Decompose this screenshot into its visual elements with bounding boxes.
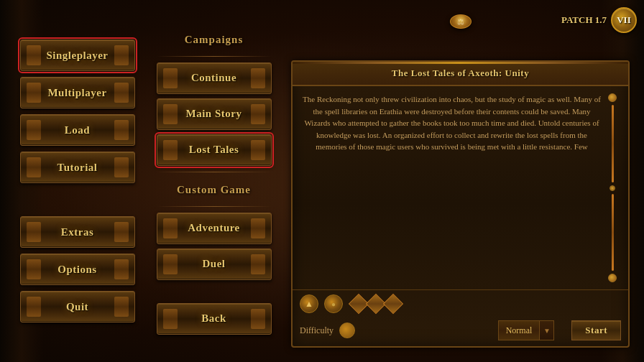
patch-badge: PATCH 1.7 VII: [561, 7, 637, 33]
options-button[interactable]: Options: [20, 254, 135, 285]
top-decoration: ⚖: [446, 14, 475, 29]
patch-label: PATCH 1.7: [561, 14, 607, 26]
scroll-line: [612, 105, 614, 182]
back-button[interactable]: Back: [157, 303, 272, 335]
difficulty-dropdown[interactable]: ▼: [540, 320, 554, 340]
continue-button[interactable]: Continue: [157, 62, 272, 94]
main-story-button[interactable]: Main Story: [157, 98, 272, 130]
info-panel-text: The Reckoning not only threw civilizatio…: [303, 93, 601, 282]
campaigns-header: Campaigns: [185, 28, 244, 50]
scroll-down-button[interactable]: ●: [324, 294, 343, 313]
separator-1: [157, 56, 272, 57]
separator-2: [157, 172, 272, 172]
col-info: ⚖ The Lost Tales of Axeoth: Unity The Re…: [288, 14, 637, 348]
info-panel-body: The Reckoning not only threw civilizatio…: [293, 86, 628, 289]
quit-button[interactable]: Quit: [20, 291, 135, 322]
difficulty-select: Normal ▼: [498, 320, 555, 340]
singleplayer-button[interactable]: Singleplayer: [20, 40, 135, 71]
scroll-top: [608, 93, 617, 102]
separator-3: [157, 206, 272, 207]
col-main: Singleplayer Multiplayer Load Tutorial E…: [7, 14, 140, 348]
difficulty-label: Difficulty: [300, 325, 334, 336]
duel-button[interactable]: Duel: [157, 249, 272, 280]
info-panel-title: The Lost Tales of Axeoth: Unity: [293, 62, 628, 86]
difficulty-row: Difficulty Normal ▼ Start: [293, 317, 628, 346]
info-panel: The Lost Tales of Axeoth: Unity The Reck…: [291, 60, 630, 348]
difficulty-icon[interactable]: [339, 322, 355, 338]
scroll-gem: [610, 185, 615, 191]
tutorial-button[interactable]: Tutorial: [20, 152, 135, 183]
difficulty-value[interactable]: Normal: [498, 320, 540, 340]
custom-game-header: Custom Game: [177, 178, 251, 200]
lost-tales-button[interactable]: Lost Tales: [157, 134, 272, 166]
campaigns-menu-wrapper: Campaigns Continue Main Story Lost Tales…: [157, 14, 272, 348]
adventure-button[interactable]: Adventure: [157, 213, 272, 244]
scroll-line-2: [612, 194, 614, 272]
version-badge: VII: [611, 7, 637, 33]
load-button[interactable]: Load: [20, 114, 135, 146]
col-campaigns: Campaigns Continue Main Story Lost Tales…: [147, 14, 280, 348]
main-menu-wrapper: Singleplayer Multiplayer Load Tutorial E…: [20, 14, 135, 348]
scroll-bottom: [608, 274, 617, 282]
info-panel-controls: ▲ ●: [293, 289, 628, 317]
nav-diamond-3[interactable]: [383, 294, 403, 314]
extras-button[interactable]: Extras: [20, 216, 135, 248]
scroll-up-button[interactable]: ▲: [300, 294, 318, 313]
main-layout: Singleplayer Multiplayer Load Tutorial E…: [0, 0, 644, 362]
scroll-decoration: [607, 93, 618, 282]
nav-diamonds: [351, 297, 400, 311]
start-button[interactable]: Start: [571, 320, 621, 340]
medallion-icon: ⚖: [450, 14, 472, 29]
multiplayer-button[interactable]: Multiplayer: [20, 77, 135, 108]
